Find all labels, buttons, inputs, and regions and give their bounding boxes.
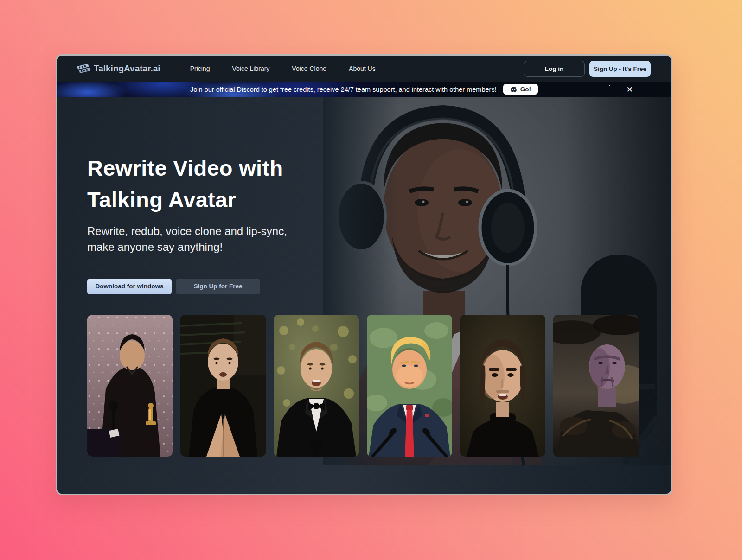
leonardo-dicaprio-image — [274, 315, 359, 457]
hero-heading-line2: Talking Avatar — [87, 187, 236, 212]
hero-content: Rewrite Video with Talking Avatar Rewrit… — [87, 153, 287, 294]
nav-item-pricing[interactable]: Pricing — [179, 61, 221, 76]
thanos-image — [553, 315, 639, 457]
thumbnail-elon-musk[interactable] — [180, 315, 266, 457]
nav-actions: Log in Sign Up - It's Free — [524, 61, 651, 77]
logo[interactable]: TalkingAvatar.ai — [77, 64, 160, 74]
browser-window: TalkingAvatar.ai Pricing Voice Library V… — [56, 54, 672, 495]
hero-subtitle-line2: make anyone say anything! — [87, 241, 223, 253]
thumbnail-thanos[interactable] — [553, 315, 639, 457]
nav-item-about-us[interactable]: About Us — [338, 61, 387, 76]
thumbnail-jackie-chan[interactable] — [87, 315, 173, 457]
nav-item-voice-clone[interactable]: Voice Clone — [281, 61, 338, 76]
download-windows-button[interactable]: Download for windows — [87, 279, 172, 294]
signup-free-button[interactable]: Sign Up for Free — [176, 279, 260, 294]
thumbnail-steve-jobs[interactable] — [460, 315, 545, 457]
discord-banner: Join our official Discord to get free cr… — [57, 82, 671, 97]
steve-jobs-image — [460, 315, 545, 457]
nav-links: Pricing Voice Library Voice Clone About … — [179, 61, 387, 76]
login-button[interactable]: Log in — [524, 61, 585, 77]
discord-go-button[interactable]: Go! — [503, 84, 538, 95]
elon-musk-image — [180, 315, 266, 457]
signup-button[interactable]: Sign Up - It's Free — [589, 61, 651, 77]
jackie-chan-image — [87, 315, 173, 457]
cta-row: Download for windows Sign Up for Free — [87, 279, 287, 294]
hero-heading-line1: Rewrite Video with — [87, 156, 283, 180]
celebrity-thumbnails — [87, 315, 639, 457]
hero-subtitle-line1: Rewrite, redub, voice clone and lip-sync… — [87, 225, 287, 237]
logo-text: TalkingAvatar.ai — [94, 64, 160, 74]
top-navbar: TalkingAvatar.ai Pricing Voice Library V… — [57, 56, 671, 82]
discord-icon — [510, 87, 517, 92]
donald-trump-image — [367, 315, 452, 457]
nav-item-voice-library[interactable]: Voice Library — [221, 61, 281, 76]
thumbnail-donald-trump[interactable] — [367, 315, 452, 457]
go-button-label: Go! — [520, 86, 531, 93]
film-strip-icon — [77, 64, 90, 74]
hero-heading: Rewrite Video with Talking Avatar — [87, 153, 287, 215]
hero-subtitle: Rewrite, redub, voice clone and lip-sync… — [87, 223, 287, 255]
thumbnail-leonardo-dicaprio[interactable] — [274, 315, 359, 457]
close-icon[interactable]: ✕ — [627, 85, 633, 93]
banner-text: Join our official Discord to get free cr… — [190, 86, 497, 93]
hero-section: Rewrite Video with Talking Avatar Rewrit… — [57, 97, 671, 494]
